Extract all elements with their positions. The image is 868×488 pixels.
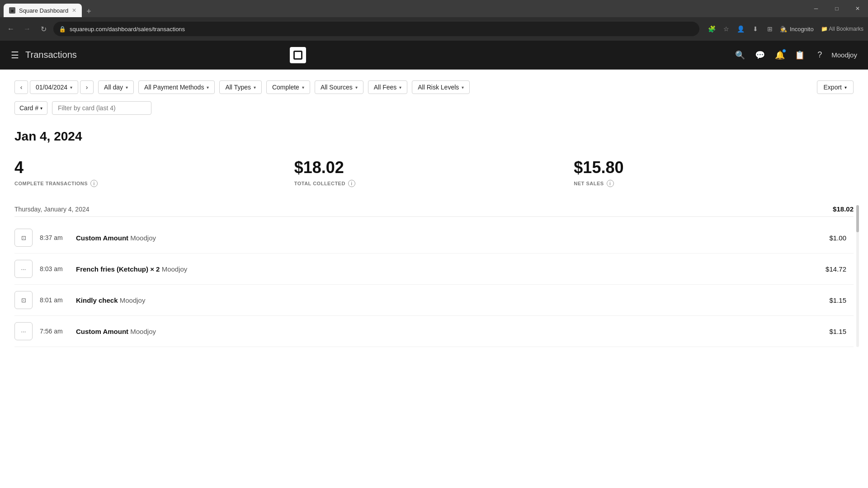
section-date: Thursday, January 4, 2024	[14, 206, 90, 213]
txn-amount: $1.15	[829, 296, 846, 304]
main-content: ‹ 01/04/2024 ▾ › All day ▾ All Payment M…	[0, 70, 868, 488]
section-date-row: Thursday, January 4, 2024 $18.02	[14, 205, 854, 217]
user-name[interactable]: Moodjoy	[831, 51, 857, 59]
card-filter-button[interactable]: Card # ▾	[14, 101, 47, 115]
incognito-label: Incognito	[790, 26, 814, 33]
prev-date-button[interactable]: ‹	[14, 80, 28, 94]
tab-title: Square Dashboard	[19, 7, 68, 14]
txn-icon: ⊡	[14, 229, 33, 247]
scroll-track[interactable]	[856, 205, 859, 347]
payment-chevron-icon: ▾	[207, 85, 209, 90]
back-button[interactable]: ←	[5, 23, 17, 35]
status-filter-button[interactable]: Complete ▾	[266, 80, 310, 94]
txn-time: 8:37 am	[40, 234, 76, 241]
txn-time: 8:03 am	[40, 265, 76, 272]
lock-icon: 🔒	[59, 26, 66, 33]
app-header: ☰ Transactions 🔍 💬 🔔 📋 ? Moodjoy	[0, 41, 868, 70]
bookmark-star-icon[interactable]: ☆	[720, 23, 733, 35]
payment-methods-value: All Payment Methods	[144, 84, 204, 91]
tab-favicon: ■	[9, 7, 15, 14]
address-text: squareup.com/dashboard/sales/transaction…	[70, 26, 185, 33]
net-sales-label: NET SALES i	[574, 180, 854, 187]
table-row[interactable]: ⊡ 8:37 am Custom Amount Moodjoy $1.00	[14, 222, 854, 253]
filter-bar: ‹ 01/04/2024 ▾ › All day ▾ All Payment M…	[14, 80, 854, 94]
forward-button[interactable]: →	[21, 23, 33, 35]
txn-item: Kindly check	[76, 296, 118, 304]
card-filter-label: Card #	[19, 104, 38, 112]
search-icon: 🔍	[735, 50, 745, 60]
extension-icon[interactable]: 🧩	[706, 23, 718, 35]
table-row[interactable]: ⊡ 8:01 am Kindly check Moodjoy $1.15	[14, 285, 854, 316]
sources-chevron-icon: ▾	[355, 85, 358, 90]
txn-item: Custom Amount	[76, 234, 128, 242]
window-controls: ─ □ ✕	[806, 0, 868, 17]
card-chevron-icon: ▾	[40, 106, 42, 111]
new-tab-button[interactable]: +	[84, 7, 94, 16]
txn-merchant: Moodjoy	[130, 234, 156, 242]
table-row[interactable]: ··· 7:56 am Custom Amount Moodjoy $1.15	[14, 316, 854, 347]
date-heading: Jan 4, 2024	[14, 129, 854, 144]
download-icon[interactable]: ⬇	[749, 23, 762, 35]
active-tab[interactable]: ■ Square Dashboard ✕	[4, 4, 82, 17]
close-button[interactable]: ✕	[847, 0, 868, 17]
filter-row-2: Card # ▾	[14, 101, 854, 115]
profile-icon[interactable]: 👤	[735, 23, 747, 35]
export-button[interactable]: Export ▾	[817, 80, 854, 94]
bookmarks-bar-toggle: 📁 All Bookmarks	[821, 26, 863, 32]
help-button[interactable]: ?	[811, 47, 828, 63]
sources-filter-value: All Sources	[321, 84, 353, 91]
report-button[interactable]: 📋	[792, 47, 808, 63]
txn-description: Kindly check Moodjoy	[76, 296, 829, 304]
time-filter-button[interactable]: All day ▾	[98, 80, 134, 94]
txn-merchant: Moodjoy	[120, 296, 146, 304]
chat-icon: 💬	[755, 50, 765, 60]
page-title: Transactions	[25, 50, 77, 60]
fees-chevron-icon: ▾	[399, 85, 401, 90]
time-filter-value: All day	[104, 84, 123, 91]
square-logo-inner	[293, 51, 302, 60]
risk-levels-filter-button[interactable]: All Risk Levels ▾	[412, 80, 470, 94]
transactions-container: Thursday, January 4, 2024 $18.02 ⊡ 8:37 …	[14, 205, 854, 347]
txn-icon: ···	[14, 260, 33, 278]
address-bar[interactable]: 🔒 squareup.com/dashboard/sales/transacti…	[53, 22, 699, 36]
maximize-button[interactable]: □	[826, 0, 847, 17]
search-button[interactable]: 🔍	[732, 47, 748, 63]
refresh-button[interactable]: ↻	[37, 23, 50, 35]
scroll-thumb[interactable]	[856, 205, 859, 232]
txn-icon: ···	[14, 322, 33, 340]
stats-row: 4 COMPLETE TRANSACTIONS i $18.02 TOTAL C…	[14, 158, 854, 187]
date-navigator: ‹ 01/04/2024 ▾ ›	[14, 80, 94, 94]
txn-icon: ⊡	[14, 291, 33, 309]
risk-levels-filter-value: All Risk Levels	[418, 84, 459, 91]
status-chevron-icon: ▾	[302, 85, 304, 90]
date-filter-button[interactable]: 01/04/2024 ▾	[30, 80, 78, 94]
sources-filter-button[interactable]: All Sources ▾	[315, 80, 363, 94]
txn-item: French fries (Ketchup) × 2	[76, 265, 160, 273]
txn-item: Custom Amount	[76, 328, 128, 335]
table-row[interactable]: ··· 8:03 am French fries (Ketchup) × 2 M…	[14, 253, 854, 285]
date-chevron-icon: ▾	[70, 85, 72, 90]
next-date-button[interactable]: ›	[80, 80, 94, 94]
tab-close-button[interactable]: ✕	[72, 7, 76, 14]
extension2-icon[interactable]: ⊞	[764, 23, 776, 35]
payment-methods-filter-button[interactable]: All Payment Methods ▾	[138, 80, 215, 94]
risk-chevron-icon: ▾	[462, 85, 464, 90]
status-filter-value: Complete	[272, 84, 299, 91]
chat-button[interactable]: 💬	[752, 47, 768, 63]
txn-amount: $14.72	[826, 265, 846, 273]
hamburger-menu-button[interactable]: ☰	[11, 50, 19, 61]
total-collected-info-icon[interactable]: i	[348, 180, 355, 187]
notifications-button[interactable]: 🔔	[772, 47, 788, 63]
transactions-info-icon[interactable]: i	[90, 180, 98, 187]
types-filter-button[interactable]: All Types ▾	[219, 80, 262, 94]
net-sales-info-icon[interactable]: i	[607, 180, 614, 187]
incognito-icon: 🕵	[780, 26, 787, 33]
minimize-button[interactable]: ─	[806, 0, 826, 17]
txn-amount: $1.00	[829, 234, 846, 242]
header-right-controls: 🔍 💬 🔔 📋 ? Moodjoy	[732, 47, 857, 63]
txn-merchant: Moodjoy	[130, 328, 156, 335]
help-icon: ?	[817, 50, 822, 60]
fees-filter-button[interactable]: All Fees ▾	[368, 80, 408, 94]
txn-time: 7:56 am	[40, 328, 76, 335]
card-filter-input[interactable]	[52, 101, 151, 115]
